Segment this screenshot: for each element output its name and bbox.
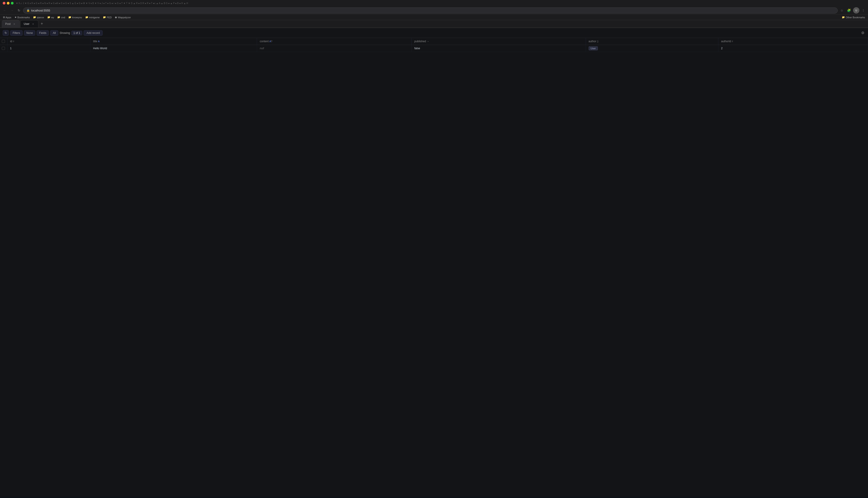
row-checkbox-cell: [0, 45, 7, 52]
tab-post[interactable]: Post ×: [2, 20, 20, 28]
bookmarks-wy[interactable]: 📁 wy: [46, 15, 55, 19]
bookmarks-minigame[interactable]: 📁 minigame: [84, 15, 101, 19]
maximize-button[interactable]: [11, 2, 14, 4]
bookmarks-wappalyzer[interactable]: ◉ Wappalyzer: [114, 15, 132, 19]
tab-user[interactable]: User ×: [20, 20, 38, 28]
column-header-author[interactable]: author {}: [586, 38, 718, 45]
tab-post-label: Post: [5, 22, 11, 26]
address-bar[interactable]: 🔒 localhost:5555: [23, 8, 838, 14]
navigation-bar: ← → ↻ 🔒 localhost:5555 ☆ 🧩 U ⋮: [0, 6, 868, 15]
cell-authorid: 2: [718, 45, 868, 52]
column-header-authorid[interactable]: authorId #: [718, 38, 868, 45]
author-badge: User: [589, 46, 598, 50]
close-button[interactable]: [3, 2, 5, 4]
row-checkbox[interactable]: [2, 47, 5, 50]
bookmarks-bookmarks[interactable]: ★ Bookmarks: [13, 15, 31, 19]
folder-icon-6: 📁: [103, 16, 106, 19]
bookmarks-apps[interactable]: ⊞ Apps: [2, 15, 12, 19]
tab-post-close[interactable]: ×: [12, 22, 16, 26]
showing-badge: Showing 1 of 1: [60, 31, 82, 35]
app-toolbar: ↻ Filters None Fields All Showing 1 of 1…: [0, 28, 868, 38]
new-tab-button[interactable]: +: [39, 21, 45, 27]
folder-icon-3: 📁: [57, 16, 60, 19]
bookmarks-cnd[interactable]: 📁 cnd: [56, 15, 66, 19]
fields-button[interactable]: Fields: [37, 30, 49, 36]
data-table: id # title A content A? published → auth…: [0, 38, 868, 52]
column-header-checkbox: [0, 38, 7, 45]
title-bar: ▼ fi ↙ J ▼ E ♦ R ● G ● R ● N ● R ● G ●N …: [0, 0, 868, 6]
filters-button[interactable]: Filters: [10, 30, 23, 36]
column-header-content[interactable]: content A?: [257, 38, 412, 45]
showing-label: Showing: [60, 31, 70, 35]
apps-icon: ⊞: [3, 16, 5, 19]
folder-icon-2: 📁: [47, 16, 50, 19]
tab-user-close[interactable]: ×: [31, 22, 35, 26]
showing-count: 1 of 1: [72, 31, 82, 35]
tabs-bar: Post × User × +: [0, 20, 868, 28]
folder-icon-other: 📁: [842, 16, 845, 19]
minimize-button[interactable]: [7, 2, 10, 4]
cell-author: User: [586, 45, 718, 52]
profile-button[interactable]: U: [853, 7, 859, 14]
star-icon: ★: [14, 16, 17, 19]
url-input[interactable]: localhost:5555: [31, 9, 834, 12]
table-container: id # title A content A? published → auth…: [0, 38, 868, 496]
back-button[interactable]: ←: [2, 8, 8, 13]
wappalyzer-icon: ◉: [115, 16, 117, 19]
refresh-button[interactable]: ↻: [3, 30, 9, 36]
select-all-checkbox[interactable]: [2, 40, 5, 43]
column-header-published[interactable]: published →: [411, 38, 586, 45]
menu-button[interactable]: ⋮: [860, 7, 866, 14]
all-button[interactable]: All: [50, 30, 58, 36]
nav-actions: ☆ 🧩 U ⋮: [839, 7, 866, 14]
settings-button[interactable]: ⚙: [860, 30, 865, 36]
folder-icon-4: 📁: [68, 16, 72, 19]
bookmarks-bar: ⊞ Apps ★ Bookmarks 📁 qianxx 📁 wy 📁 cnd 📁…: [0, 15, 868, 20]
cell-id: 1: [7, 45, 90, 52]
cell-content: null: [257, 45, 412, 52]
tab-user-label: User: [24, 22, 29, 26]
folder-icon-5: 📁: [85, 16, 88, 19]
bookmark-star[interactable]: ☆: [839, 7, 845, 14]
bookmarks-knowyou[interactable]: 📁 knowyou: [67, 15, 83, 19]
add-record-button[interactable]: Add record: [84, 30, 103, 36]
bookmarks-qianxx[interactable]: 📁 qianxx: [32, 15, 45, 19]
traffic-lights: [3, 2, 14, 4]
app-content: ↻ Filters None Fields All Showing 1 of 1…: [0, 28, 868, 497]
bookmarks-other[interactable]: 📁 Other Bookmarks: [841, 15, 866, 19]
table-header-row: id # title A content A? published → auth…: [0, 38, 868, 45]
column-header-title[interactable]: title A: [90, 38, 257, 45]
cell-title: Hello World: [90, 45, 257, 52]
folder-icon-1: 📁: [33, 16, 36, 19]
cell-published: false: [411, 45, 586, 52]
column-header-id[interactable]: id #: [7, 38, 90, 45]
none-button[interactable]: None: [24, 30, 36, 36]
reload-button[interactable]: ↻: [16, 8, 22, 13]
forward-button[interactable]: →: [9, 8, 15, 13]
extension-button[interactable]: 🧩: [846, 7, 852, 14]
table-row: 1 Hello World null false User: [0, 45, 868, 52]
bookmarks-fed[interactable]: 📁 FED: [102, 15, 113, 19]
